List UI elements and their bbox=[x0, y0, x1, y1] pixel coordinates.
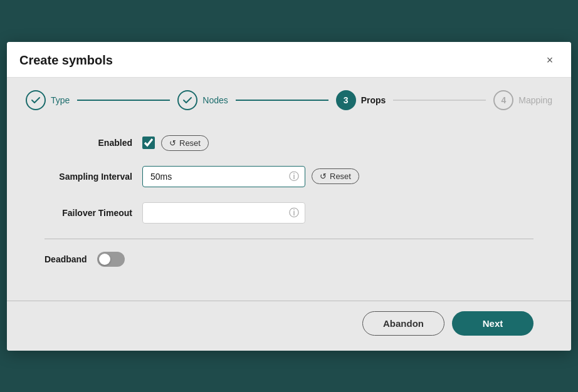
step-mapping: 4 Mapping bbox=[493, 90, 552, 110]
sampling-interval-label: Sampling Interval bbox=[45, 172, 132, 182]
deadband-row: Deadband bbox=[45, 252, 533, 267]
failover-timeout-input[interactable] bbox=[142, 202, 305, 224]
divider-1 bbox=[45, 239, 533, 239]
failover-timeout-input-wrapper: ⓘ bbox=[142, 202, 305, 224]
dialog-header: Create symbols × bbox=[7, 42, 571, 78]
dialog-title: Create symbols bbox=[19, 53, 113, 68]
close-button[interactable]: × bbox=[541, 52, 559, 70]
step-label-type: Type bbox=[51, 95, 70, 105]
enabled-controls: ↺ Reset bbox=[142, 135, 209, 151]
step-line-3 bbox=[393, 100, 486, 101]
failover-timeout-row: Failover Timeout ⓘ bbox=[45, 202, 533, 224]
next-button[interactable]: Next bbox=[452, 311, 533, 336]
enabled-checkbox[interactable] bbox=[142, 137, 155, 149]
checkmark-icon-type bbox=[31, 95, 41, 105]
sampling-interval-reset-button[interactable]: ↺ Reset bbox=[312, 168, 359, 184]
failover-timeout-label: Failover Timeout bbox=[45, 208, 132, 218]
step-label-nodes: Nodes bbox=[202, 95, 228, 105]
deadband-toggle[interactable] bbox=[97, 252, 125, 267]
sampling-interval-input[interactable] bbox=[142, 166, 305, 187]
step-label-props: Props bbox=[361, 95, 386, 105]
step-circle-type bbox=[26, 90, 46, 110]
stepper: Type Nodes 3 Props 4 bbox=[7, 78, 571, 123]
enabled-row: Enabled ↺ Reset bbox=[45, 135, 533, 151]
step-props: 3 Props bbox=[336, 90, 386, 110]
sampling-interval-input-wrapper: ⓘ bbox=[142, 166, 305, 187]
sampling-interval-reset-label: Reset bbox=[330, 172, 351, 181]
reset-icon-sampling: ↺ bbox=[320, 172, 327, 181]
dialog: Create symbols × Type bbox=[7, 42, 571, 351]
sampling-interval-row: Sampling Interval ⓘ ↺ Reset bbox=[45, 166, 533, 187]
checkmark-icon-nodes bbox=[182, 95, 192, 105]
step-nodes: Nodes bbox=[177, 90, 228, 110]
enabled-reset-label: Reset bbox=[179, 138, 201, 148]
dialog-overlay: Create symbols × Type bbox=[0, 0, 578, 392]
abandon-button[interactable]: Abandon bbox=[362, 311, 444, 336]
step-line-1 bbox=[77, 100, 170, 101]
sampling-interval-controls: ⓘ ↺ Reset bbox=[142, 166, 359, 187]
step-circle-props: 3 bbox=[336, 90, 356, 110]
step-line-2 bbox=[236, 100, 328, 101]
enabled-reset-button[interactable]: ↺ Reset bbox=[161, 135, 209, 151]
dialog-body: Enabled ↺ Reset Sampling Interval ⓘ bbox=[7, 123, 571, 282]
failover-timeout-controls: ⓘ bbox=[142, 202, 305, 224]
enabled-label: Enabled bbox=[45, 138, 132, 148]
step-label-mapping: Mapping bbox=[518, 95, 552, 105]
deadband-label: Deadband bbox=[45, 254, 87, 264]
step-circle-mapping: 4 bbox=[493, 90, 513, 110]
dialog-footer: Abandon Next bbox=[7, 301, 571, 351]
toggle-thumb bbox=[99, 254, 110, 265]
step-circle-nodes bbox=[177, 90, 197, 110]
toggle-track bbox=[97, 252, 125, 267]
reset-icon-enabled: ↺ bbox=[169, 138, 176, 148]
step-type: Type bbox=[26, 90, 70, 110]
